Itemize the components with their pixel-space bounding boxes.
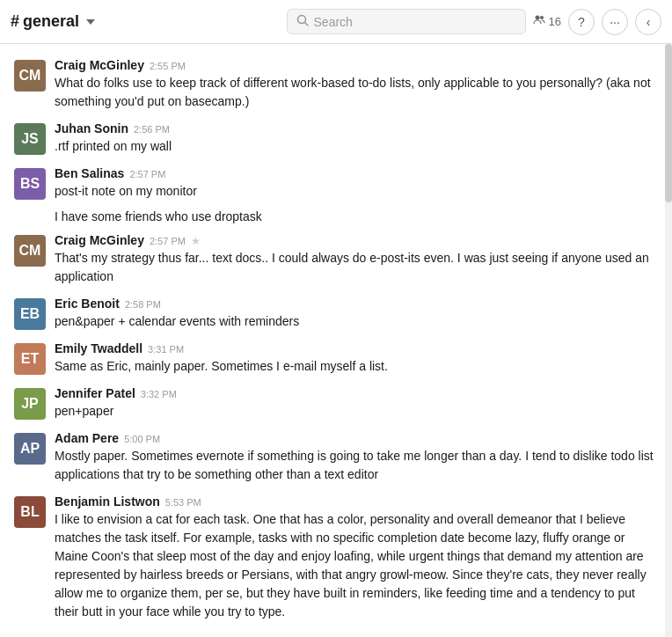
message-group: CMCraig McGinley2:55 PMWhat do folks use…	[0, 53, 672, 116]
help-icon: ?	[578, 15, 585, 29]
message-meta: Benjamin Listwon5:53 PM	[55, 494, 658, 509]
message-meta: Ben Salinas2:57 PM	[55, 166, 658, 180]
timestamp: 3:31 PM	[148, 344, 184, 355]
svg-point-2	[535, 16, 539, 20]
message-content: Emily Twaddell3:31 PMSame as Eric, mainl…	[55, 341, 658, 376]
avatar: JP	[14, 388, 46, 420]
timestamp: 2:56 PM	[134, 124, 170, 135]
message-group: ETEmily Twaddell3:31 PMSame as Eric, mai…	[0, 336, 672, 381]
message-text: post-it note on my monitor	[55, 182, 658, 201]
more-button[interactable]: ···	[602, 9, 628, 35]
message-text: .rtf printed on my wall	[55, 137, 658, 156]
message-group: APAdam Pere5:00 PMMostly paper. Sometime…	[0, 426, 672, 489]
star-icon[interactable]: ★	[191, 235, 201, 247]
message-content: Craig McGinley2:57 PM★That's my strategy…	[55, 233, 658, 286]
message-text: Same as Eric, mainly paper. Sometimes I …	[55, 357, 658, 376]
author-name[interactable]: Adam Pere	[55, 431, 119, 445]
message-meta: Jennifer Patel3:32 PM	[55, 386, 658, 400]
message-group: BLBenjamin Listwon5:53 PMI like to envis…	[0, 489, 672, 626]
message-group: JSJuhan Sonin2:56 PM.rtf printed on my w…	[0, 116, 672, 161]
search-icon	[296, 14, 309, 29]
message-text: I like to envision a cat for each task. …	[55, 510, 658, 621]
channel-dropdown-icon[interactable]	[86, 19, 95, 25]
message-text: Mostly paper. Sometimes evernote if some…	[55, 447, 658, 484]
timestamp: 5:00 PM	[124, 434, 160, 444]
avatar: JS	[14, 123, 46, 155]
more-icon: ···	[610, 15, 620, 29]
message-content: Jennifer Patel3:32 PMpen+paper	[55, 386, 658, 421]
message-group: CMCraig McGinley2:57 PM★That's my strate…	[0, 228, 672, 291]
hash-symbol: #	[11, 12, 19, 31]
search-placeholder: Search	[314, 15, 353, 29]
author-name[interactable]: Emily Twaddell	[55, 341, 142, 355]
channel-name[interactable]: #general	[11, 12, 95, 31]
avatar: CM	[14, 235, 46, 267]
message-meta: Juhan Sonin2:56 PM	[55, 121, 658, 135]
timestamp: 2:55 PM	[150, 61, 186, 71]
timestamp: 5:53 PM	[165, 497, 201, 508]
members-number: 16	[549, 15, 561, 28]
message-content: Eric Benoit2:58 PMpen&paper + calendar e…	[55, 297, 658, 331]
back-icon: ‹	[646, 15, 651, 29]
search-bar[interactable]: Search	[287, 9, 526, 34]
message-content: Craig McGinley2:55 PMWhat do folks use t…	[55, 58, 658, 111]
message-text: I have some friends who use droptask	[55, 208, 658, 226]
channel-label: general	[23, 12, 79, 31]
avatar: BL	[14, 496, 46, 528]
message-content: Ben Salinas2:57 PMpost-it note on my mon…	[55, 166, 658, 201]
timestamp: 2:58 PM	[125, 299, 161, 310]
members-count[interactable]: 16	[533, 14, 561, 29]
author-name[interactable]: Ben Salinas	[55, 166, 124, 180]
message-content: Benjamin Listwon5:53 PMI like to envisio…	[55, 494, 658, 621]
timestamp: 3:32 PM	[141, 389, 177, 399]
avatar: CM	[14, 60, 46, 92]
message-meta: Craig McGinley2:55 PM	[55, 58, 658, 72]
message-meta: Adam Pere5:00 PM	[55, 431, 658, 445]
author-name[interactable]: Jennifer Patel	[55, 386, 135, 400]
header-actions: Search 16 ? ··· ‹	[287, 9, 661, 35]
author-name[interactable]: Eric Benoit	[55, 297, 120, 311]
message-meta: Eric Benoit2:58 PM	[55, 297, 658, 311]
message-meta: Emily Twaddell3:31 PM	[55, 341, 658, 355]
help-button[interactable]: ?	[568, 9, 595, 35]
message-continuation: I have some friends who use droptask	[0, 206, 672, 228]
author-name[interactable]: Craig McGinley	[55, 58, 144, 72]
avatar: AP	[14, 433, 46, 465]
timestamp: 2:57 PM	[150, 236, 186, 246]
members-icon	[533, 14, 545, 29]
avatar: EB	[14, 298, 46, 330]
message-content: Juhan Sonin2:56 PM.rtf printed on my wal…	[55, 121, 658, 156]
messages-area: CMCraig McGinley2:55 PMWhat do folks use…	[0, 44, 672, 637]
message-text: pen+paper	[55, 402, 658, 421]
message-text: That's my strategy thus far... text docs…	[55, 249, 658, 286]
message-text: pen&paper + calendar events with reminde…	[55, 312, 658, 331]
avatar: BS	[14, 168, 46, 200]
author-name[interactable]: Benjamin Listwon	[55, 494, 160, 509]
message-meta: Craig McGinley2:57 PM★	[55, 233, 658, 247]
svg-point-3	[540, 16, 544, 19]
message-text: What do folks use to keep track of diffe…	[55, 74, 658, 111]
message-group: EBEric Benoit2:58 PMpen&paper + calendar…	[0, 291, 672, 336]
author-name[interactable]: Juhan Sonin	[55, 121, 128, 135]
message-content: Adam Pere5:00 PMMostly paper. Sometimes …	[55, 431, 658, 484]
timestamp: 2:57 PM	[129, 169, 165, 179]
scrollbar-track[interactable]	[665, 44, 672, 637]
message-group: JPJennifer Patel3:32 PMpen+paper	[0, 381, 672, 426]
author-name[interactable]: Craig McGinley	[55, 233, 144, 247]
header: #general Search 16	[0, 0, 672, 44]
avatar: ET	[14, 343, 46, 375]
scrollbar-thumb[interactable]	[665, 44, 672, 202]
back-button[interactable]: ‹	[635, 9, 661, 35]
message-group: BSBen Salinas2:57 PMpost-it note on my m…	[0, 161, 672, 206]
svg-line-1	[304, 23, 308, 26]
